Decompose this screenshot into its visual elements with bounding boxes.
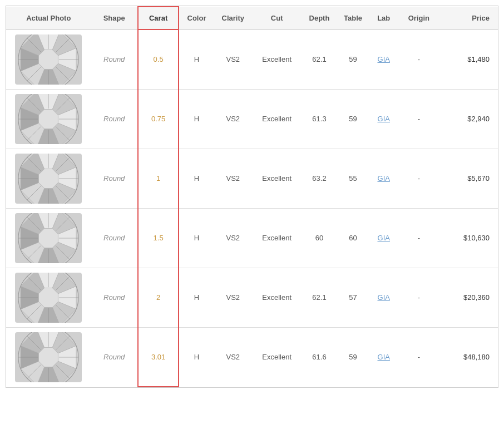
depth-cell: 61.3 [302,89,337,149]
shape-cell: Round [91,327,138,387]
clarity-cell: VS2 [214,29,252,89]
diamond-photo-cell [6,327,91,387]
color-cell: H [179,208,214,268]
origin-cell: - [398,89,439,149]
svg-marker-80 [39,288,58,307]
table-row: Round0.75HVS2Excellent61.359GIA-$2,940 [6,89,498,149]
diamond-image [15,213,82,263]
cut-cell: Excellent [252,89,302,149]
price-cell: $5,670 [439,149,498,208]
cut-cell: Excellent [252,327,302,387]
clarity-cell: VS2 [214,327,252,387]
table-cell: 60 [337,208,369,268]
color-cell: H [179,268,214,327]
col-header-lab: Lab [369,7,398,29]
cut-cell: Excellent [252,29,302,89]
shape-cell: Round [91,29,138,89]
shape-cell: Round [91,149,138,208]
depth-cell: 62.1 [302,29,337,89]
origin-cell: - [398,208,439,268]
shape-cell: Round [91,268,138,327]
diamond-table: Actual Photo Shape Carat Color Clarity C… [6,6,498,388]
table-row: Round2HVS2Excellent62.157GIA-$20,360 [6,268,498,327]
lab-cell[interactable]: GIA [369,149,398,208]
price-cell: $20,360 [439,268,498,327]
clarity-cell: VS2 [214,89,252,149]
col-header-actual-photo: Actual Photo [6,7,91,29]
table-cell: 55 [337,149,369,208]
col-header-table: Table [337,7,369,29]
col-header-carat: Carat [138,7,179,29]
shape-cell: Round [91,208,138,268]
diamond-photo-cell [6,268,91,327]
svg-marker-44 [39,169,58,188]
carat-cell: 2 [138,268,179,327]
origin-cell: - [398,268,439,327]
diamond-image [15,94,82,144]
lab-cell[interactable]: GIA [369,29,398,89]
col-header-origin: Origin [398,7,439,29]
diamond-image [15,154,82,204]
price-cell: $10,630 [439,208,498,268]
color-cell: H [179,29,214,89]
col-header-color: Color [179,7,214,29]
table-cell: 57 [337,268,369,327]
color-cell: H [179,149,214,208]
col-header-cut: Cut [252,7,302,29]
svg-marker-98 [39,347,58,367]
clarity-cell: VS2 [214,268,252,327]
diamond-image [15,332,82,382]
diamond-photo-cell [6,89,91,149]
price-cell: $48,180 [439,327,498,387]
cut-cell: Excellent [252,149,302,208]
svg-marker-26 [39,109,58,129]
diamond-photo-cell [6,29,91,89]
depth-cell: 61.6 [302,327,337,387]
price-cell: $2,940 [439,89,498,149]
cut-cell: Excellent [252,208,302,268]
table-row: Round1.5HVS2Excellent6060GIA-$10,630 [6,208,498,268]
carat-cell: 0.75 [138,89,179,149]
clarity-cell: VS2 [214,149,252,208]
diamond-photo-cell [6,149,91,208]
depth-cell: 60 [302,208,337,268]
svg-marker-62 [39,228,58,248]
carat-cell: 1 [138,149,179,208]
color-cell: H [179,89,214,149]
svg-marker-8 [39,50,58,69]
shape-cell: Round [91,89,138,149]
table-cell: 59 [337,327,369,387]
color-cell: H [179,327,214,387]
col-header-clarity: Clarity [214,7,252,29]
carat-cell: 0.5 [138,29,179,89]
col-header-price: Price [439,7,498,29]
lab-cell[interactable]: GIA [369,327,398,387]
depth-cell: 63.2 [302,149,337,208]
origin-cell: - [398,327,439,387]
diamond-image [15,34,82,85]
origin-cell: - [398,29,439,89]
table-cell: 59 [337,89,369,149]
carat-cell: 1.5 [138,208,179,268]
clarity-cell: VS2 [214,208,252,268]
lab-cell[interactable]: GIA [369,268,398,327]
diamond-photo-cell [6,208,91,268]
col-header-shape: Shape [91,7,138,29]
diamond-image [15,273,82,323]
depth-cell: 62.1 [302,268,337,327]
cut-cell: Excellent [252,268,302,327]
table-row: Round3.01HVS2Excellent61.659GIA-$48,180 [6,327,498,387]
carat-cell: 3.01 [138,327,179,387]
price-cell: $1,480 [439,29,498,89]
origin-cell: - [398,149,439,208]
col-header-depth: Depth [302,7,337,29]
table-row: Round1HVS2Excellent63.255GIA-$5,670 [6,149,498,208]
lab-cell[interactable]: GIA [369,208,398,268]
lab-cell[interactable]: GIA [369,89,398,149]
table-cell: 59 [337,29,369,89]
table-row: Round0.5HVS2Excellent62.159GIA-$1,480 [6,29,498,89]
